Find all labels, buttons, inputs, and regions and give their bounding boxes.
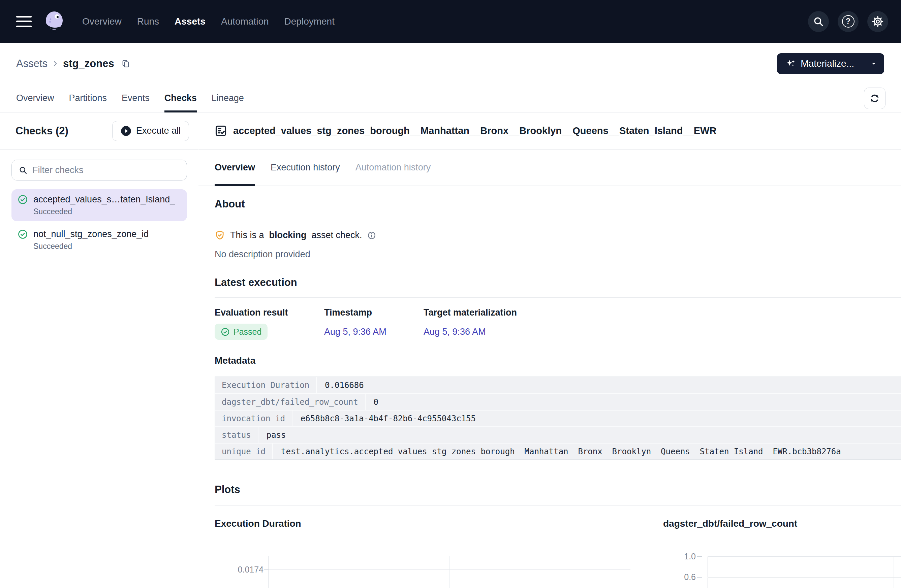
check-circle-icon: [17, 194, 28, 205]
checks-sidebar-header: Checks (2) Execute all: [0, 112, 198, 149]
chart-title-failed-row-count: dagster_dbt/failed_row_count: [663, 518, 797, 529]
about-heading: About: [215, 198, 884, 210]
check-detail-panel: accepted_values_stg_zones_borough__Manha…: [198, 112, 901, 588]
top-navigation-bar: Overview Runs Assets Automation Deployme…: [0, 0, 901, 43]
latest-execution-heading: Latest execution: [215, 277, 884, 289]
plots-heading: Plots: [215, 484, 884, 496]
blocking-text-suffix: asset check.: [312, 230, 362, 240]
checks-sidebar: Checks (2) Execute all: [0, 112, 198, 588]
breadcrumb: Assets stg_zones: [16, 58, 130, 70]
check-name: not_null_stg_zones_zone_id: [33, 229, 149, 240]
blocking-text-prefix: This is a: [230, 230, 264, 240]
info-icon[interactable]: [367, 231, 376, 240]
nav-runs[interactable]: Runs: [137, 16, 159, 27]
dagster-asset-check-page: Overview Runs Assets Automation Deployme…: [0, 0, 901, 588]
tab-check-overview[interactable]: Overview: [215, 149, 255, 185]
shield-check-icon: [215, 230, 225, 240]
status-badge-passed: Passed: [215, 324, 268, 340]
horizontal-gridline: [268, 569, 630, 570]
settings-gear-icon[interactable]: [867, 11, 888, 32]
table-row: unique_id test.analytics.accepted_values…: [215, 443, 901, 459]
list-item-accepted-values-check[interactable]: accepted_values_s…taten_Island_ Succeede…: [11, 189, 187, 221]
y-axis-tick-mark: [697, 577, 702, 577]
filter-checks-box: [11, 160, 187, 180]
primary-nav: Overview Runs Assets Automation Deployme…: [82, 16, 335, 27]
vertical-gridline: [449, 556, 449, 588]
failed-row-count-chart[interactable]: 1.0 0.6: [659, 556, 901, 588]
list-item-not-null-check[interactable]: not_null_stg_zones_zone_id Succeeded: [11, 224, 187, 256]
check-circle-icon: [221, 327, 230, 336]
asset-tab-bar: Overview Partitions Events Checks Lineag…: [0, 84, 901, 112]
breadcrumb-current-asset: stg_zones: [63, 58, 114, 70]
metadata-key: invocation_id: [215, 411, 293, 426]
check-detail-header: accepted_values_stg_zones_borough__Manha…: [198, 112, 901, 149]
metadata-value: e658b8c8-3a1a-4b4f-82b6-4c955043c155: [293, 411, 901, 426]
refresh-icon[interactable]: [864, 87, 885, 109]
nav-overview[interactable]: Overview: [82, 16, 122, 27]
timestamp-link[interactable]: Aug 5, 9:36 AM: [324, 327, 424, 337]
search-icon[interactable]: [808, 11, 829, 32]
help-icon[interactable]: ?: [838, 11, 859, 32]
materialize-button[interactable]: Materialize...: [777, 53, 863, 74]
execute-all-label: Execute all: [136, 126, 181, 136]
metadata-value: 0: [366, 394, 901, 410]
y-axis-tick-label: 0.0174: [215, 565, 263, 574]
metadata-value: test.analytics.accepted_values_stg_zones…: [273, 443, 901, 459]
section-divider: [215, 297, 901, 298]
section-divider: [215, 220, 901, 220]
column-evaluation-result: Evaluation result: [215, 308, 324, 318]
nav-assets[interactable]: Assets: [175, 16, 206, 27]
chevron-right-icon: [51, 60, 59, 67]
checklist-icon: [215, 124, 227, 137]
tab-partitions[interactable]: Partitions: [69, 84, 107, 112]
plots-area: Execution Duration dagster_dbt/failed_ro…: [215, 506, 884, 587]
chart-title-execution-duration: Execution Duration: [215, 518, 301, 529]
caret-down-icon: [870, 60, 878, 67]
nav-utility-icons: ?: [808, 11, 888, 32]
check-detail-tabs: Overview Execution history Automation hi…: [198, 149, 901, 186]
materialize-label: Materialize...: [801, 58, 854, 69]
metadata-table: Execution Duration 0.016686 dagster_dbt/…: [215, 376, 901, 460]
tab-overview[interactable]: Overview: [16, 84, 54, 112]
nav-deployment[interactable]: Deployment: [284, 16, 335, 27]
table-row: status pass: [215, 426, 901, 443]
execute-all-button[interactable]: Execute all: [112, 121, 189, 141]
checks-count-title: Checks (2): [16, 125, 69, 137]
y-axis-line: [268, 556, 269, 588]
dagster-logo-icon[interactable]: [42, 9, 66, 34]
column-timestamp: Timestamp: [324, 308, 424, 318]
table-row: invocation_id e658b8c8-3a1a-4b4f-82b6-4c…: [215, 410, 901, 426]
filter-checks-input[interactable]: [32, 165, 180, 176]
no-description-text: No description provided: [215, 249, 884, 260]
tab-events[interactable]: Events: [122, 84, 150, 112]
target-materialization-link[interactable]: Aug 5, 9:36 AM: [424, 327, 884, 337]
tab-lineage[interactable]: Lineage: [212, 84, 244, 112]
execution-duration-chart[interactable]: 0.0174: [215, 556, 646, 588]
y-axis-line: [708, 556, 708, 588]
metadata-value: 0.016686: [317, 377, 901, 394]
vertical-gridline: [893, 556, 894, 588]
tab-automation-history[interactable]: Automation history: [355, 149, 431, 185]
tab-checks[interactable]: Checks: [164, 84, 197, 112]
y-axis-tick-label: 1.0: [659, 552, 696, 562]
copy-icon[interactable]: [121, 59, 130, 68]
page-header: Assets stg_zones Materialize...: [0, 43, 901, 84]
check-detail-content: About This is a blocking asset check. No…: [198, 198, 901, 587]
checks-sidebar-body: accepted_values_s…taten_Island_ Succeede…: [0, 149, 198, 256]
table-row: Execution Duration 0.016686: [215, 377, 901, 394]
nav-automation[interactable]: Automation: [221, 16, 269, 27]
check-circle-icon: [17, 229, 28, 240]
materialize-dropdown-button[interactable]: [863, 53, 884, 74]
check-list: accepted_values_s…taten_Island_ Succeede…: [11, 189, 187, 256]
latest-execution-grid: Evaluation result Timestamp Target mater…: [215, 308, 884, 340]
metadata-key: Execution Duration: [215, 377, 317, 394]
menu-icon[interactable]: [16, 16, 32, 27]
table-row: dagster_dbt/failed_row_count 0: [215, 394, 901, 410]
tab-execution-history[interactable]: Execution history: [271, 149, 340, 185]
blocking-text-bold: blocking: [269, 230, 307, 240]
breadcrumb-assets-link[interactable]: Assets: [16, 58, 47, 70]
passed-label: Passed: [234, 327, 262, 337]
y-axis-tick-mark: [697, 556, 702, 557]
check-detail-title: accepted_values_stg_zones_borough__Manha…: [233, 125, 716, 136]
check-name: accepted_values_s…taten_Island_: [33, 194, 175, 205]
